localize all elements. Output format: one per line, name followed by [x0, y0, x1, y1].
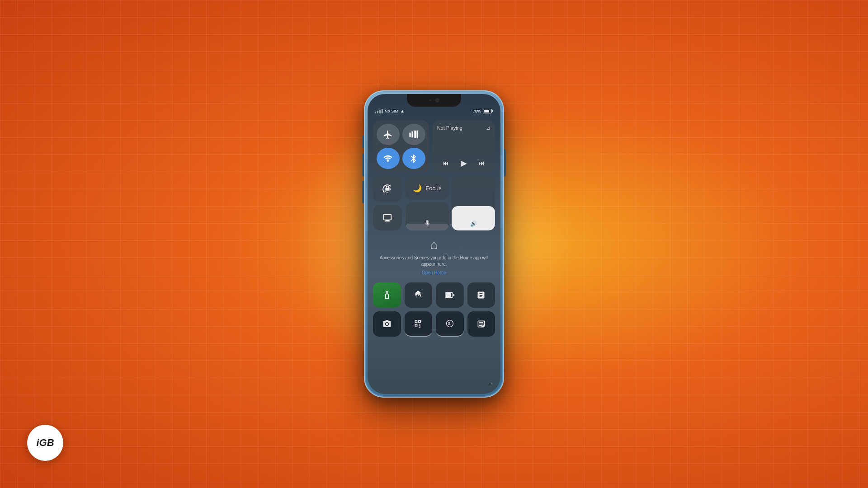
signal-dots [375, 109, 383, 113]
brightness-knob [426, 220, 429, 223]
wifi-button[interactable] [377, 148, 400, 169]
qr-code-button[interactable] [405, 311, 433, 337]
not-playing-label: Not Playing [437, 125, 462, 131]
notch-sensor [429, 99, 431, 102]
sliders-area: 🌙 Focus ☀ [406, 176, 495, 230]
orientation-lock-button[interactable] [373, 176, 402, 202]
bottom-icons-row-2: S + [373, 311, 495, 337]
calculator-icon [476, 291, 486, 300]
phone-screen: ➤ Home & Home › No SIM ▲ 78% [368, 94, 500, 394]
home-icon: ⌂ [430, 238, 438, 252]
camera-button[interactable] [373, 311, 401, 337]
signal-dot-4 [382, 109, 383, 113]
battery-fill [484, 110, 489, 113]
media-top: Not Playing ⊿ [437, 125, 491, 131]
brightness-slider[interactable]: ☀ [406, 202, 449, 230]
phone-mockup: ➤ Home & Home › No SIM ▲ 78% [364, 90, 504, 398]
bluetooth-button[interactable] [402, 148, 425, 169]
shazam-button[interactable]: S [436, 311, 464, 337]
home-text: Accessories and Scenes you add in the Ho… [373, 255, 495, 267]
cc-controls-column [373, 176, 402, 230]
battery-area: 78% [473, 109, 493, 113]
signal-dot-1 [375, 112, 376, 113]
connectivity-block[interactable] [373, 120, 429, 173]
screen-mirror-button[interactable] [373, 205, 402, 230]
shazam-icon: S [445, 319, 454, 328]
media-rewind-button[interactable]: ⏮ [443, 160, 449, 167]
control-center: Not Playing ⊿ ⏮ ▶ ⏭ [373, 120, 495, 389]
focus-label: Focus [425, 185, 441, 192]
home-section: ⌂ Accessories and Scenes you add in the … [373, 234, 495, 279]
cc-mid-row: 🌙 Focus ☀ [373, 176, 495, 230]
volume-slider[interactable]: 🔊 [452, 176, 495, 230]
wifi-icon [383, 154, 393, 164]
cc-top-row: Not Playing ⊿ ⏮ ▶ ⏭ [373, 120, 495, 173]
svg-rect-2 [453, 294, 454, 296]
phone-power-button [504, 149, 506, 176]
notes-button[interactable]: + [467, 311, 495, 337]
flashlight-icon [382, 291, 392, 300]
svg-text:S: S [448, 321, 451, 326]
media-player-block[interactable]: Not Playing ⊿ ⏮ ▶ ⏭ [433, 120, 495, 173]
timer-icon [414, 291, 423, 300]
signal-dot-2 [377, 111, 378, 113]
screen-mirror-icon [382, 213, 392, 223]
battery-body [483, 109, 492, 113]
battery-percent-label: 78% [473, 109, 481, 113]
cellular-button[interactable] [402, 124, 425, 145]
notch-camera [435, 98, 439, 103]
moon-icon: 🌙 [413, 184, 422, 192]
media-fast-forward-button[interactable]: ⏭ [478, 160, 485, 167]
media-play-button[interactable]: ▶ [461, 158, 467, 168]
media-controls: ⏮ ▶ ⏭ [437, 158, 491, 168]
phone-frame: ➤ Home & Home › No SIM ▲ 78% [364, 90, 504, 398]
airplane-icon [383, 130, 393, 140]
camera-icon [382, 319, 392, 328]
airplane-mode-button[interactable] [377, 124, 400, 145]
igb-logo-text: iGB [36, 437, 54, 449]
battery-icon [483, 109, 493, 113]
orientation-lock-icon [382, 184, 392, 194]
battery-widget-icon [445, 291, 455, 299]
bottom-icons-row-1 [373, 282, 495, 308]
igb-logo: iGB [27, 425, 63, 461]
wifi-status-icon: ▲ [400, 108, 405, 113]
svg-rect-1 [446, 293, 451, 297]
calculator-button[interactable] [467, 282, 495, 308]
cellular-icon [409, 130, 419, 140]
flashlight-button[interactable] [373, 282, 401, 308]
airplay-icon[interactable]: ⊿ [486, 125, 491, 131]
open-home-link[interactable]: Open Home [422, 270, 446, 275]
notes-icon [476, 319, 486, 328]
battery-tip [492, 110, 493, 112]
bluetooth-icon [409, 154, 419, 164]
signal-dot-3 [379, 110, 381, 113]
carrier-label: No SIM [385, 109, 398, 113]
focus-slider-col: 🌙 Focus ☀ [406, 176, 449, 230]
focus-button[interactable]: 🌙 Focus [406, 176, 449, 200]
qr-code-icon [414, 319, 423, 328]
signal-area: No SIM ▲ [375, 108, 405, 113]
notch [407, 94, 461, 107]
status-bar: No SIM ▲ 78% [375, 108, 493, 113]
timer-button[interactable] [405, 282, 433, 308]
battery-widget-button[interactable] [436, 282, 464, 308]
volume-icon: 🔊 [470, 221, 477, 227]
